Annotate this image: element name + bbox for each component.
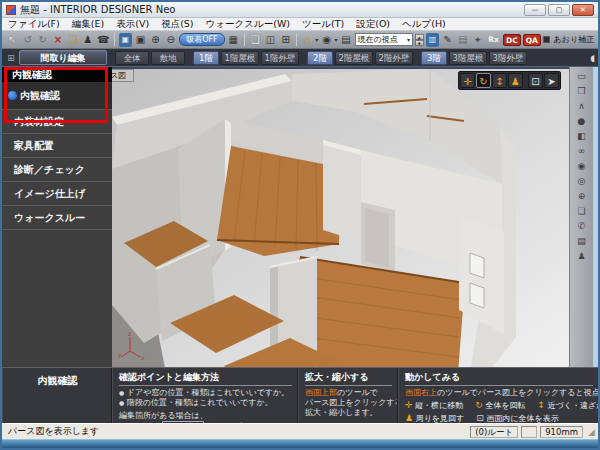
fit-view-icon[interactable]: ⊡: [528, 73, 543, 88]
menu-viewpoint[interactable]: 視点(S): [161, 18, 193, 31]
sidebar-item-shindan[interactable]: 診断／チェック: [2, 158, 112, 182]
pan-view-icon[interactable]: ✛: [460, 73, 475, 88]
qa-button[interactable]: QA: [523, 34, 541, 46]
svg-text:x: x: [141, 354, 145, 361]
tab-floor1-wall[interactable]: 1階外壁: [261, 51, 299, 65]
window-title: 無題 - INTERIOR DESIGNER Neo: [20, 3, 524, 17]
cursor-icon[interactable]: ↖: [6, 33, 19, 47]
tab-floor3-roof[interactable]: 3階屋根: [449, 51, 487, 65]
close-button[interactable]: ✕: [572, 4, 594, 16]
phone-icon[interactable]: ☎: [97, 33, 110, 47]
view-3d-icon[interactable]: ▣: [119, 33, 132, 47]
near-far-icon: ↕: [538, 400, 546, 410]
menu-help[interactable]: ヘルプ(H): [402, 18, 446, 31]
home-view-icon[interactable]: ⌂: [301, 33, 314, 47]
menu-view[interactable]: 表示(V): [116, 18, 149, 31]
sidebar-item-kagu[interactable]: 家具配置: [2, 134, 112, 158]
maximize-button[interactable]: ▢: [548, 4, 570, 16]
pen-measure-icon[interactable]: ✎: [441, 33, 454, 47]
target-view-icon[interactable]: ◎: [573, 174, 591, 188]
action-pan: ✛ 縦・横に移動: [405, 400, 463, 411]
tab-floor2[interactable]: 2階: [307, 51, 333, 65]
perspective-viewport[interactable]: パース図 ✛ ↻ ↕ ♟ ⊡ ➤ z y x: [112, 67, 569, 367]
grid-small-icon[interactable]: ⊞: [5, 53, 17, 63]
sidebar-item-walkthrough[interactable]: ウォークスルー: [2, 206, 112, 230]
undo-icon[interactable]: ↺: [21, 33, 34, 47]
spinner-down-icon[interactable]: ▼: [415, 40, 424, 46]
aori-label: あおり補正: [554, 34, 595, 45]
snapshot-icon[interactable]: ▤: [573, 234, 591, 248]
board-icon[interactable]: ▤: [339, 33, 352, 47]
view-maximize-icon[interactable]: ▭: [573, 69, 591, 83]
menu-file[interactable]: ファイル(F): [8, 18, 60, 31]
handset-icon[interactable]: ✆: [573, 219, 591, 233]
menu-edit[interactable]: 編集(E): [72, 18, 104, 31]
perspective-view-tab[interactable]: パース図: [112, 69, 134, 82]
tab-floor1-roof[interactable]: 1階屋根: [221, 51, 259, 65]
sidebar: 内観確認 内観確認 内装材設定 家具配置 診断／チェック イメージ仕上げ ウォー…: [2, 67, 112, 367]
orbit-view-icon[interactable]: ⊕: [573, 189, 591, 203]
redo-icon[interactable]: ↻: [36, 33, 49, 47]
zoom-out-icon[interactable]: ⊖: [164, 33, 177, 47]
tab-whole[interactable]: 全体: [115, 51, 149, 65]
title-bar: 無題 - INTERIOR DESIGNER Neo — ▢ ✕: [2, 2, 598, 18]
layout-single-icon[interactable]: ❑: [249, 33, 262, 47]
elevate-view-icon[interactable]: ↕: [492, 73, 507, 88]
plumb-icon[interactable]: ⌖: [471, 33, 484, 47]
render-image-icon[interactable]: ▥: [426, 33, 439, 47]
delete-icon[interactable]: ×: [51, 33, 64, 47]
select-arrow-icon[interactable]: ➤: [544, 73, 559, 88]
help-panel-title: 内観確認: [9, 374, 106, 388]
tab-floor1[interactable]: 1階: [193, 51, 219, 65]
tab-floor2-wall[interactable]: 2階外壁: [375, 51, 413, 65]
check-points-header: 確認ポイントと編集方法: [119, 371, 292, 386]
walkthrough-icon[interactable]: ♟: [573, 249, 591, 263]
view-nav-toolbar: ✛ ↻ ↕ ♟ ⊡ ➤: [458, 71, 561, 90]
parts-icon[interactable]: ♟: [82, 33, 95, 47]
layout-quad-icon[interactable]: ⊞: [279, 33, 292, 47]
render-cube-icon[interactable]: ◧: [573, 129, 591, 143]
viewpoint-spinner[interactable]: ▲▼: [415, 34, 424, 46]
selected-bullet-icon: [8, 91, 17, 100]
madori-edit-button[interactable]: 間取り編集: [19, 50, 107, 65]
house-3d-view[interactable]: [112, 69, 569, 367]
tab-site[interactable]: 敷地: [151, 51, 185, 65]
sidebar-item-naisouzai[interactable]: 内装材設定: [2, 110, 112, 134]
tab-floor3-wall[interactable]: 3階外壁: [489, 51, 527, 65]
dc-button[interactable]: DC: [503, 34, 521, 46]
layout-split-icon[interactable]: ◫: [264, 33, 277, 47]
collapse-panel-icon[interactable]: ∧: [573, 99, 591, 113]
aori-checkbox[interactable]: [543, 36, 550, 43]
grid-icon[interactable]: ▦: [227, 33, 240, 47]
snap-off-button[interactable]: 吸着OFF: [179, 33, 225, 46]
sidebar-item-naikan-kakunin[interactable]: 内観確認: [2, 82, 112, 110]
copy-view-icon[interactable]: ❏: [573, 204, 591, 218]
lamp-icon[interactable]: ◖: [590, 53, 595, 63]
pan-icon: ✛: [405, 400, 413, 410]
tab-floor2-roof[interactable]: 2階屋根: [335, 51, 373, 65]
zoom-in-icon[interactable]: ⊕: [149, 33, 162, 47]
right-toolbar: ▭ ❐ ∧ ● ◧ ∞ ◉ ◎ ⊕ ❏ ✆ ▤ ♟: [569, 67, 593, 367]
main-toolbar: ↖ ↺ ↻ × ❏ ♟ ☎ ▣ ▣ ⊕ ⊖ 吸着OFF ▦ ❑ ◫ ⊞ ⌂▾ ◉…: [2, 31, 598, 49]
resize-grip[interactable]: ◢: [583, 427, 595, 437]
stereo-glasses-icon[interactable]: ∞: [573, 144, 591, 158]
rotate-view-icon[interactable]: ↻: [476, 73, 491, 88]
view-cascade-icon[interactable]: ❐: [573, 84, 591, 98]
blind-icon[interactable]: ▤: [456, 33, 469, 47]
menu-tools[interactable]: ツール(T): [302, 18, 344, 31]
render-sphere-icon[interactable]: ●: [573, 114, 591, 128]
monitor-icon[interactable]: ▣: [134, 33, 147, 47]
stereo-pair-icon[interactable]: ◉: [573, 159, 591, 173]
viewpoint-select[interactable]: 現在の視点▾: [355, 33, 413, 46]
window-edge-strip: [593, 67, 598, 367]
open-folder-icon[interactable]: ❏: [66, 33, 79, 47]
menu-walkthrough[interactable]: ウォークスルー(W): [206, 18, 290, 31]
tab-floor3[interactable]: 3階: [421, 51, 447, 65]
minimize-button[interactable]: —: [524, 4, 546, 16]
menu-settings[interactable]: 設定(O): [356, 18, 390, 31]
look-icon: ♟: [405, 413, 413, 423]
camera-icon[interactable]: ◉: [320, 33, 333, 47]
rx-button[interactable]: Rx: [486, 34, 501, 46]
sidebar-item-image[interactable]: イメージ仕上げ: [2, 182, 112, 206]
look-around-icon[interactable]: ♟: [508, 73, 523, 88]
